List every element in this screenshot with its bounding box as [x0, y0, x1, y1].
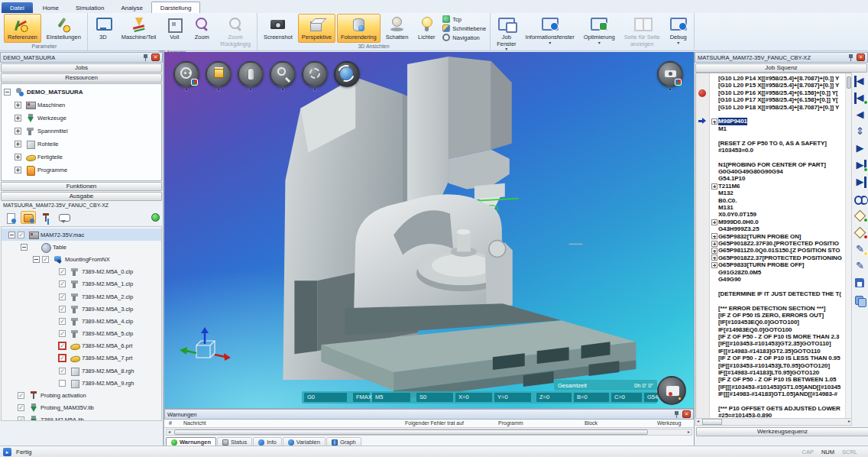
item-checkbox[interactable]: [59, 380, 66, 387]
gcode-listing[interactable]: [G10 L20 P14 X[[#958/25.4]+[8.7087]+[0.]…: [710, 73, 851, 423]
code-line[interactable]: [711, 111, 851, 118]
ribbon-tab[interactable]: Analyse: [112, 2, 151, 13]
column-header[interactable]: Programm: [498, 420, 523, 426]
job-tree-item[interactable]: 7389-M2.M5A_2.clp: [2, 290, 161, 303]
job-tree-item[interactable]: 7389-M2.M5A.lib: [2, 414, 161, 421]
job-tree-item[interactable]: 7389-M2.M5A_9.rgh: [2, 377, 161, 389]
code-line[interactable]: [G10 L20 P14 X[[#958/25.4]+[8.7087]+[0.]…: [711, 75, 851, 82]
jobs-section-button[interactable]: Jobs: [1, 63, 162, 73]
expand-icon[interactable]: [8, 232, 15, 238]
code-line[interactable]: [711, 283, 851, 290]
job-tree-item[interactable]: 7389-M2.M5A_3.clp: [2, 303, 161, 315]
job-tree-item[interactable]: MAM72-35V.mac: [2, 228, 161, 241]
dropdown-caret-icon[interactable]: ▾: [249, 87, 251, 92]
item-checkbox[interactable]: [59, 355, 66, 361]
tree-item[interactable]: Spannmittel: [2, 125, 161, 138]
ressourcen-section-button[interactable]: Ressourcen: [1, 73, 162, 83]
code-line[interactable]: [*** P10 OFFSET GETS ADJUSTED LOWER: [711, 405, 851, 412]
code-line[interactable]: M1: [711, 125, 851, 132]
code-line[interactable]: [*** ERROR DETECTION SECTION ***]: [711, 305, 851, 312]
item-checkbox[interactable]: [18, 416, 24, 421]
dropdown-caret-icon[interactable]: ▾: [281, 87, 283, 92]
lichter-button[interactable]: Lichter: [413, 14, 439, 43]
code-line[interactable]: M999D0.0H0.0: [711, 219, 851, 225]
optimierung-button[interactable]: Optimierung ▾: [580, 14, 619, 53]
scroll-left-icon[interactable]: ◂: [168, 429, 170, 435]
job-tree-item[interactable]: 7389-M2.M5A_5.clp: [2, 328, 161, 340]
tcp-toggle[interactable]: Tcp: [442, 15, 486, 23]
expand-icon[interactable]: [711, 118, 717, 125]
column-header[interactable]: #: [169, 420, 172, 426]
job-tree-item[interactable]: MountingFromNX: [2, 253, 161, 265]
job-tree-item[interactable]: 7389-M2.M5A_8.rgh: [2, 365, 161, 377]
expand-icon[interactable]: [15, 154, 21, 160]
dropdown-caret-icon[interactable]: ▾: [313, 87, 316, 92]
code-line[interactable]: #103453=0.0: [711, 147, 851, 154]
item-checkbox[interactable]: [18, 392, 24, 399]
scroll-right-icon[interactable]: ▸: [848, 419, 850, 424]
tool-sequence-button[interactable]: Werkzeugsequenz: [696, 427, 868, 436]
edit-icon[interactable]: ✎: [854, 261, 866, 272]
code-line[interactable]: [G10 L20 P17 X[[#958/25.4]+[6.158]+[0.]]…: [711, 96, 851, 103]
code-line[interactable]: IF[[[#14983-#14183]GT1.05]AND[[#14983-#: [711, 391, 851, 397]
pin-icon[interactable]: [848, 54, 853, 61]
expand-icon[interactable]: [15, 141, 21, 147]
ribbon-tab[interactable]: Darstellung: [151, 2, 200, 13]
display-mode-button[interactable]: [206, 61, 232, 87]
stock-display-button[interactable]: [238, 61, 264, 87]
part-settings-icon[interactable]: [21, 211, 36, 224]
close-icon[interactable]: ×: [151, 53, 160, 61]
code-line[interactable]: [711, 132, 851, 139]
item-checkbox[interactable]: [59, 318, 66, 325]
zoom-button[interactable]: Zoom: [189, 14, 215, 49]
code-line[interactable]: IF[[#14983-#14183]LT0.95]GOTO120: [711, 369, 851, 376]
code-line[interactable]: [G10 L20 P16 X[[#958/25.4]+[6.158]+[0.]]…: [711, 89, 851, 96]
dropdown-caret-icon[interactable]: ▾: [669, 87, 671, 92]
column-header[interactable]: Folgender Fehler trat auf: [405, 420, 464, 426]
expand-icon[interactable]: [711, 262, 717, 268]
code-line[interactable]: [IF[[#103453-#101453]LT0.95]GOTO120]: [711, 362, 851, 369]
item-checkbox[interactable]: [18, 404, 24, 411]
current-line-arrow-icon[interactable]: [698, 118, 706, 125]
code-line[interactable]: G54.1P10: [711, 175, 851, 182]
search-binoculars-icon[interactable]: [854, 193, 866, 205]
gcode-hscrollbar[interactable]: ◂ ▸: [695, 418, 852, 426]
code-line[interactable]: [IF Z OF P50 - Z OF P10 IS MORE THAN 2.3: [711, 333, 851, 340]
step-over-icon[interactable]: ▶: [854, 160, 866, 171]
document-settings-icon[interactable]: [3, 211, 18, 224]
schatten-button[interactable]: Schatten: [382, 14, 413, 43]
job-tree-item[interactable]: 7389-M2.M5A_7.prt: [2, 352, 161, 365]
code-line[interactable]: [IF Z OF P50 IS ZERO, ERRORS OUT]: [711, 312, 851, 319]
informationsfenster-button[interactable]: Informationsfenster ▾: [522, 14, 578, 53]
scrollbar-thumb[interactable]: [174, 429, 648, 435]
expand-icon[interactable]: [711, 241, 717, 247]
tree-item[interactable]: Programme: [2, 164, 161, 177]
3d-button[interactable]: 3D: [90, 14, 116, 49]
job-tree-item[interactable]: 7389-M2.M5A_4.clp: [2, 315, 161, 327]
code-line[interactable]: N1[PROBING FOR CENTER OF PART]: [711, 161, 851, 168]
warnings-hscrollbar[interactable]: ◂ ▸: [166, 429, 692, 436]
item-checkbox[interactable]: [59, 293, 66, 300]
expand-icon[interactable]: [21, 244, 28, 251]
code-line[interactable]: [IF[[#103453-#101453]GT2.35]GOTO110]: [711, 340, 851, 347]
schnittebene-toggle[interactable]: Schnittebene: [442, 24, 486, 32]
new-edit-icon[interactable]: ✎: [854, 244, 866, 255]
gcode-vscrollbar[interactable]: [845, 73, 851, 423]
code-line[interactable]: [711, 297, 851, 304]
referenzen-button[interactable]: Referenzen: [4, 14, 41, 43]
camera-view-button[interactable]: [657, 61, 683, 87]
code-line[interactable]: [IF Z OF P50 - Z OF P10 IS LESS THAN 0.9…: [711, 355, 851, 361]
navigation-toggle[interactable]: Navigation: [442, 34, 486, 41]
view-orientation-button[interactable]: [173, 61, 199, 87]
display-settings-button[interactable]: [302, 61, 328, 87]
code-line[interactable]: G91G28Z0.0M5: [711, 269, 851, 276]
code-line[interactable]: G65P9018Z2.37F30.[PROTECTED POSITIO: [711, 240, 851, 247]
einstellungen-button[interactable]: Einstellungen: [43, 14, 85, 43]
expand-icon[interactable]: [711, 248, 717, 254]
code-line[interactable]: [G10 L20 P15 X[[#958/25.4]+[8.7087]+[0.]…: [711, 82, 851, 89]
seite-fuer-seite-button[interactable]: Seite für Seite anzeigen: [620, 14, 664, 53]
code-line[interactable]: G65P9811Z0.0Q0.01S150.[Z POSITION STO: [711, 247, 851, 254]
item-checkbox[interactable]: [59, 368, 66, 374]
code-line[interactable]: [IF Z OF P50 - Z OF P10 IS BETWEEN 1.05: [711, 376, 851, 383]
column-header[interactable]: Block: [585, 420, 598, 426]
